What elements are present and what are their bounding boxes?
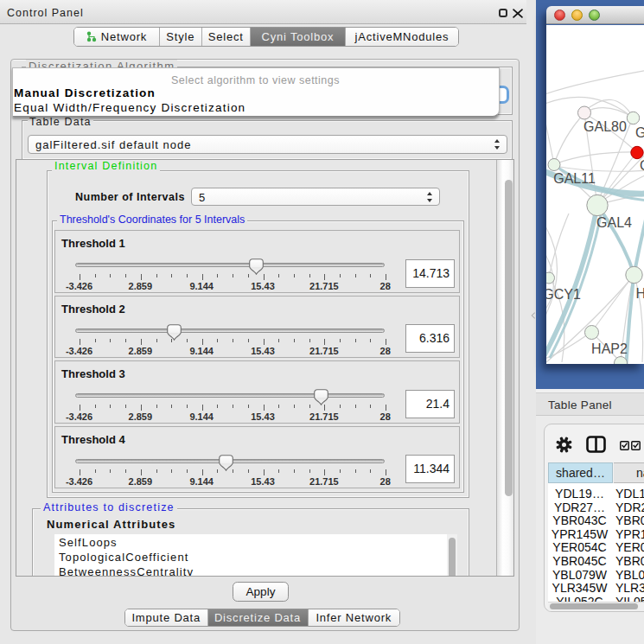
svg-text:GAL11: GAL11 (553, 170, 596, 185)
svg-text:H: H (636, 285, 644, 300)
svg-text:HAP2: HAP2 (591, 341, 628, 355)
svg-text:GA: GA (635, 124, 644, 139)
svg-text:GAL4: GAL4 (596, 214, 632, 229)
svg-text:C: C (640, 157, 644, 172)
svg-text:GAL80: GAL80 (583, 118, 627, 133)
svg-text:GCY1: GCY1 (546, 286, 581, 301)
